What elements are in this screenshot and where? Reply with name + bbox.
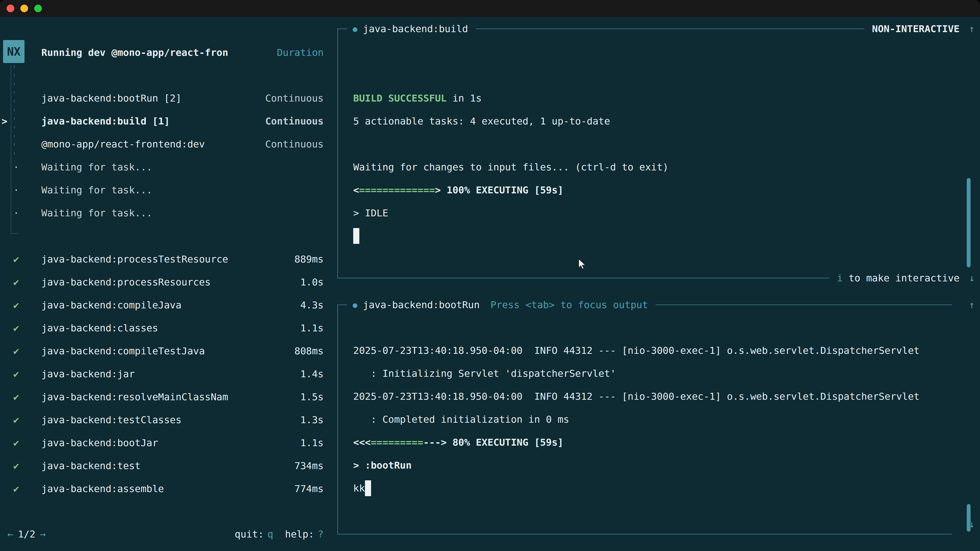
task-status: Continuous [265,138,324,150]
task-sidebar: NX Running dev @mono-app/react-fron Dura… [0,17,332,551]
task-success-check-icon: ✔ [13,460,19,472]
sidebar-title: Running dev @mono-app/react-fron [41,47,228,58]
text-segment: 2025-07-23T13:40:18.950-04:00 INFO 44312… [353,345,920,356]
minimize-button[interactable] [21,5,28,12]
terminal-line: BUILD SUCCESSFUL in 1s [353,87,950,110]
task-duration: 1.5s [300,391,324,403]
text-segment [447,437,452,448]
completed-task-row[interactable]: ✔java-backend:bootJar1.1s [0,431,332,454]
next-page-arrow[interactable]: → [40,529,46,540]
completed-task-row[interactable]: ✔java-backend:compileJava4.3s [0,294,332,317]
duration-column-header: Duration [277,47,324,58]
text-segment: ============= [359,184,435,196]
scroll-down-icon[interactable]: ↓ [964,517,980,531]
completed-task-row[interactable]: ✔java-backend:processTestResource889ms [0,248,332,271]
task-success-check-icon: ✔ [13,391,19,403]
task-duration: 774ms [294,483,324,494]
interactive-hint-text: to make interactive [843,272,959,284]
terminal-line: 2025-07-23T13:40:18.950-04:00 INFO 44312… [353,339,950,362]
pending-task-bullet: · [13,184,19,196]
non-interactive-badge: NON-INTERACTIVE [872,23,959,35]
prev-page-arrow[interactable]: ← [7,529,13,540]
pending-task-bullet: · [13,162,19,173]
running-task-row[interactable]: java-backend:bootRun [2]Continuous [0,87,332,110]
completed-task-row[interactable]: ✔java-backend:processResources1.0s [0,271,332,294]
terminal-line: 2025-07-23T13:40:18.950-04:00 INFO 44312… [353,385,950,408]
bootrun-panel-header: ● java-backend:bootRun Press <tab> to fo… [337,298,980,312]
completed-task-list: ✔java-backend:processTestResource889ms✔j… [0,248,332,500]
scroll-up-icon[interactable]: ↑ [964,298,980,312]
pagination: ← 1/2 → [7,529,46,540]
task-label: java-backend:bootJar [41,437,158,448]
build-panel-footer: i to make interactive [337,271,980,285]
terminal-line: <=============> 100% EXECUTING [59s] [353,179,950,202]
help-hint-label: help: [285,529,314,540]
bootrun-panel-left-border [337,305,338,534]
text-segment: Waiting for changes to input files... (c… [353,162,668,173]
pending-task-bullet: · [13,207,19,219]
task-duration: 1.0s [300,276,324,288]
build-panel-scrollbar-thumb[interactable] [967,178,970,267]
running-task-row[interactable]: ·Waiting for task... [0,179,332,202]
help-key: ? [318,529,324,540]
task-label: java-backend:assemble [41,483,164,494]
completed-task-row[interactable]: ✔java-backend:assemble774ms [0,477,332,500]
zoom-button[interactable] [34,5,42,12]
titlebar [0,0,980,17]
terminal-line: 5 actionable tasks: 4 executed, 1 up-to-… [353,110,950,133]
task-label: java-backend:processResources [41,276,210,288]
text-segment: ========= [371,437,423,448]
build-panel-left-border [337,29,338,278]
terminal-cursor [365,480,371,496]
border-segment [337,278,829,278]
nx-tui-app: NX Running dev @mono-app/react-fron Dura… [0,17,980,551]
task-duration: 1.1s [300,322,324,333]
task-duration: 889ms [294,254,324,265]
text-segment: > :bootRun [353,460,412,471]
task-label: java-backend:test [41,460,141,472]
terminal-line: > :bootRun [353,454,950,477]
text-segment: 2025-07-23T13:40:18.950-04:00 INFO 44312… [353,391,920,402]
sidebar-header: Running dev @mono-app/react-fron Duratio… [0,41,332,64]
running-task-row[interactable]: >java-backend:build [1]Continuous [0,110,332,133]
text-segment: kk [353,483,365,494]
scroll-up-icon[interactable]: ↑ [964,22,980,36]
bootrun-panel-scrollbar-thumb[interactable] [967,504,970,532]
running-task-row[interactable]: @mono-app/react-frontend:devContinuous [0,133,332,156]
running-task-row[interactable]: ·Waiting for task... [0,156,332,179]
text-segment: < [353,184,359,196]
text-segment: > IDLE [353,207,388,219]
task-duration: 734ms [294,460,324,472]
text-segment: <<< [353,437,371,448]
completed-task-row[interactable]: ✔java-backend:classes1.1s [0,317,332,340]
border-segment [655,305,952,305]
terminal-line [353,133,950,156]
completed-task-row[interactable]: ✔java-backend:test734ms [0,454,332,477]
task-label: Waiting for task... [41,207,152,219]
completed-task-row[interactable]: ✔java-backend:resolveMainClassNam1.5s [0,386,332,408]
task-label: java-backend:compileTestJava [41,345,205,357]
completed-task-row[interactable]: ✔java-backend:compileTestJava808ms [0,340,332,362]
quit-key: q [267,529,273,540]
text-segment: : Completed initialization in 0 ms [353,414,569,425]
task-label: java-backend:build [1] [41,116,170,127]
output-panels: ● java-backend:build NON-INTERACTIVE BUI… [337,17,980,551]
scroll-down-icon[interactable]: ↓ [964,271,980,285]
task-duration: 808ms [294,345,324,357]
running-status-dot-icon: ● [353,24,357,33]
terminal-cursor [353,228,360,244]
task-success-check-icon: ✔ [13,276,19,288]
terminal-line: kk [353,477,950,500]
mouse-cursor [576,258,589,272]
page-indicator: 1/2 [18,529,35,540]
task-duration: 1.4s [300,368,324,380]
completed-task-row[interactable]: ✔java-backend:testClasses1.3s [0,408,332,431]
completed-task-row[interactable]: ✔java-backend:jar1.4s [0,362,332,386]
running-task-list: java-backend:bootRun [2]Continuous>java-… [0,87,332,224]
running-task-row[interactable]: ·Waiting for task... [0,202,332,224]
border-segment [337,534,952,534]
close-button[interactable] [6,5,14,12]
terminal-line: > IDLE [353,202,950,224]
task-label: java-backend:processTestResource [41,254,228,265]
task-label: java-backend:testClasses [41,414,181,426]
